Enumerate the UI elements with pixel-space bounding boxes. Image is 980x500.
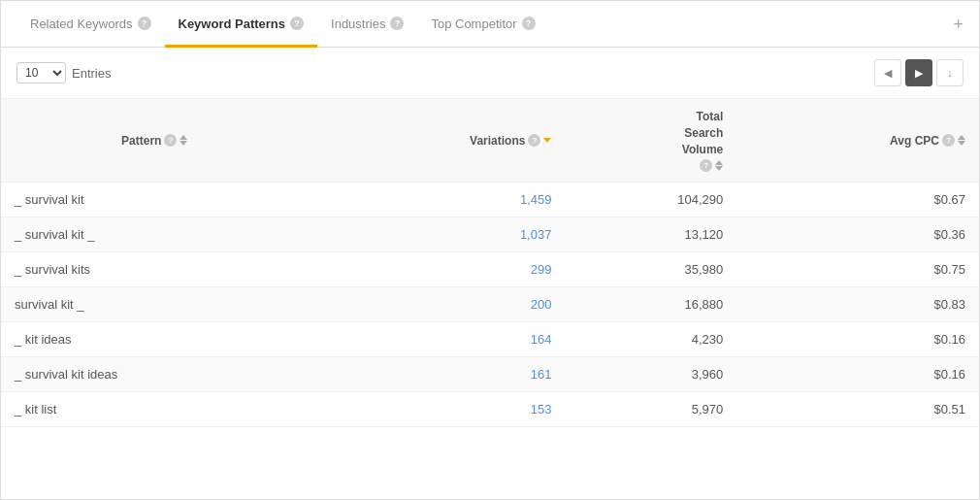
cell-variations: 299 xyxy=(308,252,565,287)
table-row: survival kit _20016,880$0.83 xyxy=(1,287,979,322)
cell-pattern: _ survival kits xyxy=(1,252,308,287)
cell-pattern: _ survival kit _ xyxy=(1,217,308,252)
cell-variations: 153 xyxy=(308,392,565,427)
table-row: _ kit list1535,970$0.51 xyxy=(1,392,979,427)
cell-variations: 200 xyxy=(308,287,565,322)
cell-variations: 1,459 xyxy=(308,183,565,217)
download-button[interactable]: ↓ xyxy=(936,59,964,86)
cell-total-search-volume: 3,960 xyxy=(565,357,736,392)
tab-related-keywords-label: Related Keywords xyxy=(30,17,133,31)
col-header-total-search-volume: TotalSearchVolume ? xyxy=(565,99,736,183)
col-total-search-volume-label: TotalSearchVolume xyxy=(682,109,723,157)
tab-related-keywords[interactable]: Related Keywords ? xyxy=(16,2,165,48)
cell-total-search-volume: 16,880 xyxy=(565,287,736,322)
main-container: Related Keywords ? Keyword Patterns ? In… xyxy=(0,0,980,500)
cell-pattern: _ survival kit ideas xyxy=(1,357,308,392)
table-row: _ survival kit ideas1613,960$0.16 xyxy=(1,357,979,392)
tab-keyword-patterns[interactable]: Keyword Patterns ? xyxy=(165,2,318,48)
table-row: _ kit ideas1644,230$0.16 xyxy=(1,322,979,357)
col-header-variations: Variations ? xyxy=(308,99,565,183)
cell-total-search-volume: 5,970 xyxy=(565,392,736,427)
table-row: _ survival kits29935,980$0.75 xyxy=(1,252,979,287)
col-avg-cpc-label: Avg CPC xyxy=(890,134,939,148)
tab-industries-label: Industries xyxy=(331,17,385,31)
pattern-help-icon[interactable]: ? xyxy=(164,134,177,147)
cell-variations: 164 xyxy=(308,322,565,357)
table-row: _ survival kit1,459104,290$0.67 xyxy=(1,183,979,217)
entries-control: 10 25 50 100 Entries xyxy=(16,62,111,83)
tab-bar: Related Keywords ? Keyword Patterns ? In… xyxy=(1,1,979,48)
col-header-pattern: Pattern ? xyxy=(1,99,308,183)
total-search-volume-help-icon[interactable]: ? xyxy=(700,159,712,172)
variations-sort-icon[interactable] xyxy=(543,138,551,143)
cell-pattern: _ survival kit xyxy=(1,183,308,217)
tab-keyword-patterns-label: Keyword Patterns xyxy=(179,17,286,31)
add-tab-button[interactable]: + xyxy=(953,16,964,33)
tab-industries[interactable]: Industries ? xyxy=(317,2,417,48)
cell-variations: 1,037 xyxy=(308,217,565,252)
cell-pattern: survival kit _ xyxy=(1,287,308,322)
cell-total-search-volume: 104,290 xyxy=(565,183,736,217)
cell-avg-cpc: $0.75 xyxy=(736,252,979,287)
table-header-row: Pattern ? Variations ? xyxy=(1,99,979,183)
entries-label: Entries xyxy=(72,66,111,81)
nav-buttons: ◀ ▶ ↓ xyxy=(874,59,964,86)
entries-select[interactable]: 10 25 50 100 xyxy=(16,62,66,83)
table-wrapper: Pattern ? Variations ? xyxy=(1,99,979,427)
table-row: _ survival kit _1,03713,120$0.36 xyxy=(1,217,979,252)
pattern-sort-icon[interactable] xyxy=(180,135,187,146)
col-variations-label: Variations xyxy=(470,134,525,148)
cell-pattern: _ kit ideas xyxy=(1,322,308,357)
industries-help-icon[interactable]: ? xyxy=(390,17,404,30)
cell-total-search-volume: 4,230 xyxy=(565,322,736,357)
cell-avg-cpc: $0.67 xyxy=(736,183,979,217)
keyword-patterns-help-icon[interactable]: ? xyxy=(290,17,304,30)
cell-variations: 161 xyxy=(308,357,565,392)
cell-avg-cpc: $0.83 xyxy=(736,287,979,322)
variations-help-icon[interactable]: ? xyxy=(528,134,540,147)
keyword-patterns-table: Pattern ? Variations ? xyxy=(1,99,979,427)
cell-avg-cpc: $0.16 xyxy=(736,357,979,392)
col-header-avg-cpc: Avg CPC ? xyxy=(736,99,979,183)
top-competitor-help-icon[interactable]: ? xyxy=(522,17,536,30)
avg-cpc-help-icon[interactable]: ? xyxy=(942,134,955,147)
cell-pattern: _ kit list xyxy=(1,392,308,427)
cell-total-search-volume: 13,120 xyxy=(565,217,736,252)
total-search-volume-sort-icon[interactable] xyxy=(715,160,723,171)
cell-avg-cpc: $0.51 xyxy=(736,392,979,427)
cell-avg-cpc: $0.16 xyxy=(736,322,979,357)
tab-top-competitor-label: Top Competitor xyxy=(431,17,516,31)
avg-cpc-sort-icon[interactable] xyxy=(958,135,965,146)
related-keywords-help-icon[interactable]: ? xyxy=(138,17,151,30)
tab-top-competitor[interactable]: Top Competitor ? xyxy=(417,2,548,48)
next-page-button[interactable]: ▶ xyxy=(905,59,932,86)
cell-total-search-volume: 35,980 xyxy=(565,252,736,287)
prev-page-button[interactable]: ◀ xyxy=(874,59,901,86)
table-body: _ survival kit1,459104,290$0.67_ surviva… xyxy=(1,183,979,427)
cell-avg-cpc: $0.36 xyxy=(736,217,979,252)
controls-row: 10 25 50 100 Entries ◀ ▶ ↓ xyxy=(1,48,979,99)
col-pattern-label: Pattern xyxy=(121,134,161,148)
